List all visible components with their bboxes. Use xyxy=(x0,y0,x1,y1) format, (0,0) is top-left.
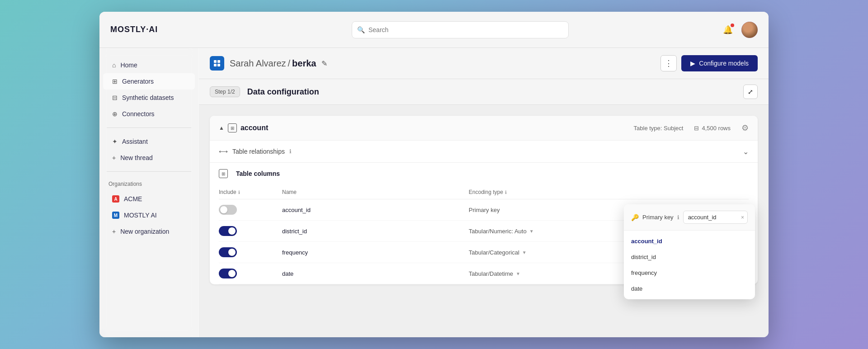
notification-button[interactable]: 🔔 xyxy=(720,22,736,38)
toggle-frequency[interactable] xyxy=(219,247,237,257)
sidebar-item-new-org[interactable]: + New organization xyxy=(103,223,195,240)
plus-thread-icon: + xyxy=(112,154,116,161)
pk-clear-icon[interactable]: × xyxy=(741,214,744,221)
toggle-cell-district-id xyxy=(219,226,282,236)
primary-key-dropdown: 🔑 Primary key ℹ × account_id district_id… xyxy=(624,204,755,299)
table-rows: ⊟ 4,500 rows xyxy=(694,125,731,132)
columns-icon: ⊞ xyxy=(219,169,228,178)
notification-dot xyxy=(731,24,734,27)
dropdown-option-date[interactable]: date xyxy=(624,281,755,297)
sidebar-label-mostly-ai: MOSTLY AI xyxy=(124,212,157,219)
toggle-cell-date xyxy=(219,269,282,278)
table-name: account xyxy=(241,124,268,132)
dataset-icon xyxy=(210,56,224,71)
menu-button[interactable]: ⋮ xyxy=(660,55,677,71)
avatar-image xyxy=(741,22,758,38)
header-actions: 🔔 xyxy=(720,22,758,38)
sidebar-label-new-org: New organization xyxy=(120,228,169,235)
toggle-knob-frequency xyxy=(228,249,236,256)
columns-header: ⊞ Table columns xyxy=(219,169,749,178)
app-logo: MOSTLY·AI xyxy=(110,25,201,34)
datasets-icon: ⊟ xyxy=(112,94,118,101)
sidebar-label-home: Home xyxy=(120,61,137,69)
pk-input-wrapper: × xyxy=(683,211,748,224)
table-header-row: Include ℹ Name Encoding type ℹ xyxy=(219,185,749,199)
breadcrumb-sep: / xyxy=(288,58,291,69)
app-header: MOSTLY·AI 🔍 🔔 xyxy=(99,12,769,48)
sidebar-item-connectors[interactable]: ⊕ Connectors xyxy=(103,106,195,122)
encoding-chevron-date[interactable]: ▼ xyxy=(516,271,520,276)
svg-rect-1 xyxy=(217,60,220,63)
sidebar-item-acme[interactable]: A ACME xyxy=(103,191,195,207)
edit-icon[interactable]: ✎ xyxy=(321,59,327,68)
dropdown-option-district-id[interactable]: district_id xyxy=(624,249,755,265)
step-bar: Step 1/2 Data configuration ⤢ xyxy=(199,79,769,105)
col-header-include: Include ℹ xyxy=(219,189,282,195)
collapse-button[interactable]: ▲ xyxy=(219,125,224,131)
toggle-knob-account-id xyxy=(220,206,227,213)
table-name-icon: ⊞ xyxy=(228,123,237,132)
relationships-chevron: ⌄ xyxy=(743,147,749,156)
sidebar-item-new-thread[interactable]: + New thread xyxy=(103,150,195,166)
generators-icon: ⊞ xyxy=(112,78,118,85)
encoding-header-text: Encoding type xyxy=(469,189,503,195)
acme-dot: A xyxy=(112,195,119,203)
content-body: ▲ ⊞ account Table type: Subject ⊟ 4,500 … xyxy=(199,105,769,337)
dropdown-option-frequency[interactable]: frequency xyxy=(624,265,755,281)
pk-info-icon[interactable]: ℹ xyxy=(677,214,679,221)
col-header-name: Name xyxy=(282,189,469,195)
sidebar-label-connectors: Connectors xyxy=(122,110,155,118)
col-header-encoding: Encoding type ℹ xyxy=(469,189,749,195)
encoding-chevron-frequency[interactable]: ▼ xyxy=(522,250,527,255)
sidebar-label-generators: Generators xyxy=(122,78,154,85)
encoding-text-frequency: Tabular/Categorical xyxy=(469,249,519,256)
svg-rect-2 xyxy=(214,64,217,66)
step-badge: Step 1/2 xyxy=(210,86,240,97)
search-input[interactable] xyxy=(352,21,569,38)
primary-key-label: Primary key xyxy=(642,214,674,221)
toggle-date[interactable] xyxy=(219,269,237,278)
configure-models-button[interactable]: ▶ Configure models xyxy=(681,55,758,71)
toggle-knob-district-id xyxy=(228,227,236,235)
content-area: Sarah Alvarez / berka ✎ ⋮ ▶ Configure mo… xyxy=(199,48,769,337)
include-header-text: Include xyxy=(219,189,236,195)
encoding-text-date: Tabular/Datetime xyxy=(469,270,513,277)
play-icon: ▶ xyxy=(690,60,695,67)
sidebar-item-mostly-ai[interactable]: M MOSTLY AI xyxy=(103,207,195,223)
avatar[interactable] xyxy=(741,22,758,38)
organizations-label: Organizations xyxy=(99,177,198,191)
sidebar: ⌂ Home ⊞ Generators ⊟ Synthetic datasets… xyxy=(99,48,199,337)
toggle-cell-frequency xyxy=(219,247,282,257)
table-settings-icon[interactable]: ⚙ xyxy=(741,123,749,133)
relationships-section[interactable]: ⟷ Table relationships ℹ ⌄ xyxy=(210,141,758,163)
expand-button[interactable]: ⤢ xyxy=(743,85,758,99)
columns-label: Table columns xyxy=(236,170,280,177)
step-title: Data configuration xyxy=(247,87,319,97)
pk-search-input[interactable] xyxy=(683,211,748,224)
rows-icon: ⊟ xyxy=(694,125,699,132)
sidebar-divider-2 xyxy=(107,171,191,172)
toggle-district-id[interactable] xyxy=(219,226,237,236)
name-cell-date: date xyxy=(282,270,469,277)
rows-count: 4,500 rows xyxy=(702,125,731,132)
key-icon: 🔑 xyxy=(631,214,639,221)
toggle-account-id[interactable] xyxy=(219,205,237,215)
sidebar-item-assistant[interactable]: ✦ Assistant xyxy=(103,133,195,150)
sidebar-label-datasets: Synthetic datasets xyxy=(122,94,174,101)
toggle-cell-account-id xyxy=(219,205,282,215)
table-type: Table type: Subject xyxy=(634,125,684,132)
sidebar-item-home[interactable]: ⌂ Home xyxy=(103,57,195,73)
dropdown-option-account-id[interactable]: account_id xyxy=(624,233,755,249)
sidebar-item-synthetic-datasets[interactable]: ⊟ Synthetic datasets xyxy=(103,90,195,106)
relationships-info-icon[interactable]: ℹ xyxy=(289,148,292,155)
sidebar-item-generators[interactable]: ⊞ Generators xyxy=(103,73,195,90)
mostly-ai-dot: M xyxy=(112,212,119,219)
search-icon: 🔍 xyxy=(357,26,365,33)
configure-label: Configure models xyxy=(699,60,749,67)
dropdown-header: 🔑 Primary key ℹ × xyxy=(624,204,755,231)
header-actions-right: ⋮ ▶ Configure models xyxy=(660,55,758,71)
encoding-chevron-district-id[interactable]: ▼ xyxy=(529,229,534,234)
sidebar-divider-1 xyxy=(107,127,191,128)
search-bar: 🔍 xyxy=(201,21,720,38)
home-icon: ⌂ xyxy=(112,61,116,69)
